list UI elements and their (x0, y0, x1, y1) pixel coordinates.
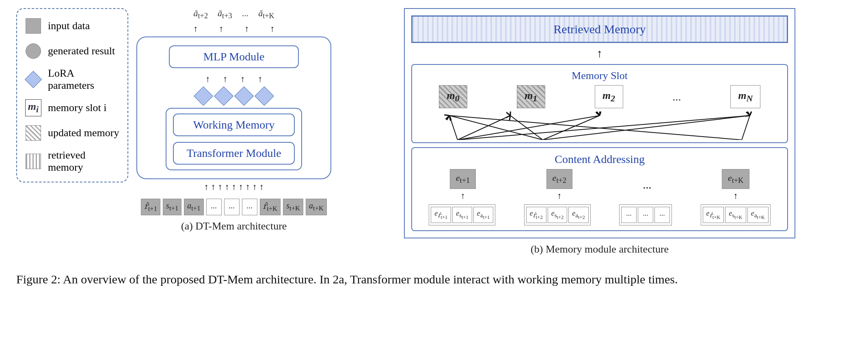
input-group-dots: ... ... ... (619, 204, 672, 226)
token-dots-3: ... (242, 199, 257, 215)
input-group-t2: er̂t+2 est+2 eat+2 (524, 204, 591, 226)
output-token-2: ãt+3 (218, 8, 232, 20)
emb-t2: et+2 (546, 169, 572, 189)
striped-icon (26, 154, 41, 169)
memory-module-caption: (b) Memory module architecture (531, 243, 669, 255)
working-memory-label: Working Memory (193, 118, 275, 131)
emb-t1: et+1 (450, 169, 476, 189)
input-data-icon (24, 17, 42, 35)
lora-diamond-1 (194, 86, 213, 106)
token-rhat-tk: r̂t+K (260, 199, 281, 215)
circle-icon (26, 43, 41, 59)
mem-slot-m1: m1 (517, 85, 545, 108)
e-s-t1: est+1 (452, 207, 472, 223)
legend-updated-memory: updated memory (24, 124, 120, 142)
input-group-tk: er̂t+K est+K eat+K (701, 204, 771, 226)
legend-input-data: input data (24, 17, 120, 35)
mem-slot-label: memory slot i (48, 102, 106, 114)
figure-caption: Figure 2: An overview of the proposed DT… (16, 270, 849, 288)
legend-generated-result: generated result (24, 42, 120, 60)
mlp-label: MLP Module (203, 50, 265, 63)
generated-result-icon (24, 42, 42, 60)
e-s-t2: est+2 (548, 207, 568, 223)
mem-slot-icon: mi (24, 99, 42, 117)
input-data-label: input data (48, 20, 90, 32)
diamond-icon (25, 71, 42, 88)
emb-group-t2: et+2 ↑ (546, 169, 572, 201)
content-addressing-section: Content Addressing et+1 ↑ et+2 ↑ (411, 147, 788, 231)
token-a-tk: at+K (306, 199, 327, 215)
svg-line-3 (458, 116, 750, 140)
retrieved-memory-icon (24, 152, 42, 170)
square-icon (26, 18, 41, 34)
svg-line-0 (449, 116, 458, 140)
e-a-t2: eat+2 (568, 207, 588, 223)
legend-retrieved-memory: retrieved memory (24, 149, 120, 174)
transformer-label: Transformer Module (187, 147, 281, 159)
mem-slot-m2: m2 (595, 85, 623, 108)
output-token-dots: ... (242, 8, 249, 20)
token-rhat-t1: r̂t+1 (141, 199, 160, 215)
wm-tf-wrapper: Working Memory Transformer Module (166, 108, 302, 170)
emb-t2-arrow: ↑ (557, 191, 561, 201)
token-dots-2: ... (224, 199, 240, 215)
transformer-module-box: Transformer Module (173, 142, 295, 165)
emb-group-tk: et+K ↑ (722, 169, 749, 201)
output-tokens-row: ãt+2 ãt+3 ... ãt+K (193, 8, 274, 20)
emb-dots: ... (643, 178, 651, 201)
input-tokens-row: r̂t+1 st+1 at+1 ... ... ... r̂t+K st+K a… (141, 199, 327, 215)
mlp-module-box: MLP Module (169, 45, 299, 68)
e-rhat-t2: er̂t+2 (526, 207, 546, 223)
mlp-output-arrows: ↑ ↑ ↑ ↑ (183, 23, 285, 35)
svg-line-8 (449, 116, 742, 140)
lora-label: LoRA parameters (48, 67, 120, 92)
emb-t1-arrow: ↑ (460, 191, 465, 201)
generated-result-label: generated result (48, 45, 115, 57)
input-group-t1: er̂t+1 est+1 eat+1 (429, 204, 495, 226)
mem-slots-dots: ... (672, 90, 681, 103)
emb-tk-arrow: ↑ (734, 191, 738, 201)
svg-line-5 (510, 116, 543, 140)
mem-slot-symbol: mi (25, 99, 41, 116)
mlp-input-arrows: ↑ ↑ ↑ ↑ (199, 73, 269, 85)
dots-2: ... (638, 207, 653, 223)
dtmem-diagram: ãt+2 ãt+3 ... ãt+K ↑ ↑ ↑ ↑ MLP Module (136, 8, 331, 232)
left-panel: input data generated result LoRA paramet… (16, 8, 331, 232)
memory-slot-section: Memory Slot m0 m1 m2 ... mN (411, 64, 788, 143)
emb-dots-label: ... (643, 178, 651, 191)
diagrams-row: input data generated result LoRA paramet… (16, 8, 852, 255)
mem-slot-mn: mN (730, 85, 760, 108)
dtmem-arch-box: MLP Module ↑ ↑ ↑ ↑ (136, 36, 331, 179)
token-a-t1: at+1 (184, 199, 203, 215)
lora-diamond-4 (255, 86, 274, 106)
mem-slot-m0: m0 (439, 85, 467, 108)
dots-1: ... (621, 207, 637, 223)
main-container: input data generated result LoRA paramet… (16, 8, 852, 288)
updated-memory-icon (24, 124, 42, 142)
retrieved-up-arrow: ↑ (411, 47, 788, 60)
updated-memory-label: updated memory (48, 127, 119, 139)
emb-group-t1: et+1 ↑ (450, 169, 476, 201)
memory-slot-label: Memory Slot (417, 70, 782, 82)
lora-diamond-2 (214, 86, 233, 106)
dots-3: ... (654, 207, 670, 223)
e-s-tk: est+K (725, 207, 746, 223)
e-a-tk: eat+K (747, 207, 769, 223)
retrieved-memory-label: Retrieved Memory (553, 22, 646, 36)
retrieved-memory-box: Retrieved Memory (411, 15, 788, 43)
token-dots-1: ... (206, 199, 222, 215)
token-s-tk: st+K (283, 199, 303, 215)
svg-line-9 (742, 116, 750, 140)
legend-mem-slot: mi memory slot i (24, 99, 120, 117)
token-s-t1: st+1 (163, 199, 181, 215)
memory-module-diagram: Retrieved Memory ↑ Memory Slot m0 m1 m2 … (404, 8, 795, 238)
e-rhat-tk: er̂t+K (703, 207, 724, 223)
right-panel: Retrieved Memory ↑ Memory Slot m0 m1 m2 … (348, 8, 852, 255)
dtmem-caption: (a) DT-Mem architecture (181, 220, 287, 232)
lora-diamond-3 (234, 86, 254, 106)
output-token-1: ãt+2 (193, 8, 208, 20)
working-memory-box: Working Memory (173, 114, 295, 136)
legend-lora: LoRA parameters (24, 67, 120, 92)
retrieved-memory-label: retrieved memory (48, 149, 120, 174)
e-a-t1: eat+1 (473, 207, 493, 223)
